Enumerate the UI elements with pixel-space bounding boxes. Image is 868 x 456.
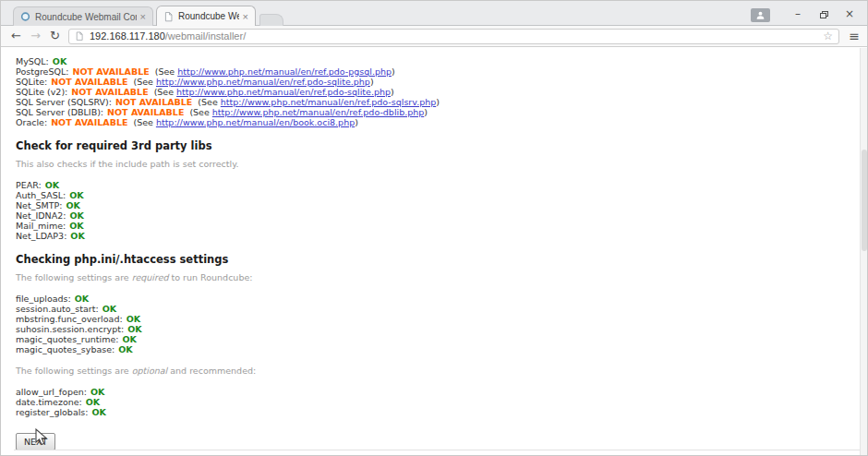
tab-roundcube-config[interactable]: Roundcube Webmail Con × (13, 6, 153, 26)
setting-check-row: suhosin.session.encrypt:OK (16, 324, 860, 334)
php-manual-link[interactable]: http://www.php.net/manual/en/ref.pdo-pgs… (177, 66, 392, 77)
person-icon (755, 10, 766, 20)
roundcube-favicon (20, 11, 30, 22)
page-icon (75, 30, 84, 42)
required-settings-note: The following settings are required to r… (16, 272, 860, 282)
setting-check-row: register_globals:OK (16, 407, 860, 417)
status-ok: OK (118, 344, 132, 354)
section-heading-3rd-party-libs: Check for required 3rd party libs (16, 140, 860, 152)
bookmark-star-icon[interactable]: ☆ (823, 30, 833, 42)
status-not-available: NOT AVAILABLE (71, 87, 148, 97)
setting-check-row: magic_quotes_runtime:OK (16, 334, 860, 344)
setting-check-row: date.timezone:OK (16, 397, 860, 407)
section-note: This also checks if the include path is … (16, 159, 860, 169)
setting-check-row: session.auto_start:OK (16, 304, 860, 314)
scrollbar-thumb[interactable] (862, 150, 867, 251)
status-ok: OK (45, 180, 59, 190)
footer-divider (14, 450, 860, 450)
status-ok: OK (66, 200, 79, 210)
lib-check-row: Net_IDNA2:OK (16, 210, 860, 221)
forward-icon: → (26, 27, 45, 45)
status-ok: OK (70, 231, 84, 241)
status-not-available: NOT AVAILABLE (107, 107, 184, 117)
setting-check-row: mbstring.func_overload:OK (16, 314, 860, 324)
tab-close-icon[interactable]: × (140, 12, 146, 21)
reload-icon[interactable]: ↻ (45, 27, 65, 45)
setting-check-row: file_uploads:OK (16, 294, 860, 304)
db-check-row: SQL Server (DBLIB):NOT AVAILABLE(See htt… (16, 107, 860, 117)
lib-check-row: Auth_SASL:OK (16, 190, 860, 200)
status-ok: OK (75, 294, 89, 304)
status-ok: OK (122, 334, 136, 344)
tab-title: Roundcube Webmail Insta (178, 11, 239, 21)
lib-check-row: Net_LDAP3:OK (16, 231, 860, 241)
lib-check-row: PEAR:OK (16, 180, 860, 190)
menu-icon[interactable]: ≡ (845, 29, 863, 43)
db-check-row: PostgreSQL:NOT AVAILABLE(See http://www.… (16, 66, 860, 77)
profile-button[interactable] (751, 8, 770, 22)
status-not-available: NOT AVAILABLE (51, 117, 127, 127)
mouse-cursor (35, 428, 47, 446)
php-manual-link[interactable]: http://www.php.net/manual/en/ref.pdo-dbl… (212, 107, 424, 117)
minimize-button[interactable]: – (785, 7, 811, 22)
optional-settings-note: The following settings are optional and … (16, 366, 860, 376)
status-ok: OK (90, 387, 104, 397)
back-icon[interactable]: ← (6, 27, 26, 45)
lib-check-row: Net_SMTP:OK (16, 200, 860, 210)
status-ok: OK (69, 210, 83, 221)
close-button[interactable]: × (837, 7, 862, 22)
db-check-row: Oracle:NOT AVAILABLE(See http://www.php.… (16, 117, 860, 127)
db-check-row: MySQL:OK (16, 56, 860, 66)
tab-strip: Roundcube Webmail Con × Roundcube Webmai… (1, 1, 867, 26)
status-ok: OK (127, 324, 141, 334)
db-check-row: SQL Server (SQLSRV):NOT AVAILABLE(See ht… (16, 97, 860, 107)
browser-toolbar: ← → ↻ 192.168.117.180/webmail/installer/… (1, 26, 867, 47)
db-check-row: SQLite:NOT AVAILABLE(See http://www.php.… (16, 77, 860, 87)
installer-page: MySQL:OK PostgreSQL:NOT AVAILABLE(See ht… (1, 48, 860, 455)
status-ok: OK (53, 56, 66, 66)
status-ok: OK (127, 314, 140, 324)
restore-button[interactable] (811, 7, 837, 22)
php-manual-link[interactable]: http://www.php.net/manual/en/ref.pdo-sql… (176, 87, 391, 97)
php-manual-link[interactable]: http://www.php.net/manual/en/ref.pdo-sql… (221, 97, 436, 107)
url-host: 192.168.117.180 (90, 30, 165, 42)
status-not-available: NOT AVAILABLE (72, 66, 149, 77)
status-ok: OK (69, 221, 83, 231)
status-ok: OK (69, 190, 83, 200)
status-ok: OK (102, 304, 116, 314)
status-ok: OK (92, 407, 106, 417)
status-not-available: NOT AVAILABLE (51, 77, 127, 87)
restore-icon (820, 11, 828, 18)
new-tab-button[interactable] (259, 14, 283, 26)
setting-check-row: allow_url_fopen:OK (16, 387, 860, 397)
scrollbar[interactable] (860, 48, 867, 455)
tab-title: Roundcube Webmail Con (35, 12, 137, 22)
php-manual-link[interactable]: http://www.php.net/manual/en/book.oci8.p… (156, 117, 355, 127)
lib-check-row: Mail_mime:OK (16, 221, 860, 231)
browser-window: Roundcube Webmail Con × Roundcube Webmai… (0, 0, 868, 456)
page-favicon (163, 11, 174, 22)
url-path: /webmail/installer/ (165, 30, 246, 42)
status-ok: OK (86, 397, 100, 407)
setting-check-row: magic_quotes_sybase:OK (16, 344, 860, 354)
section-heading-php-ini: Checking php.ini/.htaccess settings (16, 254, 860, 266)
status-not-available: NOT AVAILABLE (115, 97, 192, 107)
php-manual-link[interactable]: http://www.php.net/manual/en/ref.pdo-sql… (156, 77, 370, 87)
tab-roundcube-installer[interactable]: Roundcube Webmail Insta × (156, 6, 256, 26)
address-bar[interactable]: 192.168.117.180/webmail/installer/ ☆ (68, 29, 839, 44)
db-check-row: SQLite (v2):NOT AVAILABLE(See http://www… (16, 87, 860, 97)
tab-close-icon[interactable]: × (243, 12, 248, 21)
